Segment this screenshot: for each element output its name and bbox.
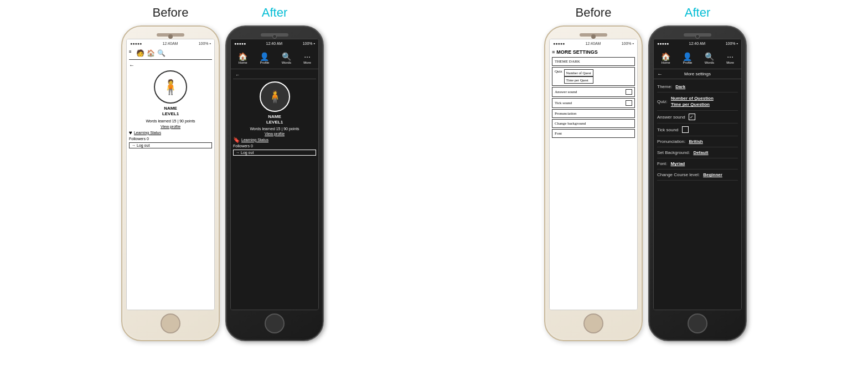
home-nav-icon: 🏠 (238, 53, 247, 60)
phone-settings-after: ●●●●● 12:40 AM 100% ▪ 🏠 Home 👤 Profile (648, 25, 747, 341)
sketch-profile-content: ≡ 🧑 🏠 🔍 ← 🧍 NAMELEVEL1 Words learned 15 … (127, 47, 214, 310)
settings-profile-label: Profile (683, 61, 692, 64)
settings-theme-item: Theme: Dark (657, 81, 738, 92)
theme-item-value: Dark (675, 84, 685, 89)
bookmark-icon: 🔖 (233, 137, 240, 143)
settings-nav-words[interactable]: 🔍 Words (705, 53, 714, 64)
home-sketch-icon: 🏠 (147, 49, 155, 57)
font-item-value: Myriad (670, 161, 685, 166)
settings-answer-sound-item: Answer sound (657, 111, 738, 124)
nav-bar-after-settings[interactable]: 🏠 Home 👤 Profile 🔍 Words ··· (654, 47, 741, 69)
nav-profile[interactable]: 👤 Profile (260, 53, 269, 64)
sketch-name: NAMELEVEL1 (129, 106, 212, 117)
time-4: 12:40 AM (689, 42, 706, 45)
course-level-item-value: Beginner (703, 172, 722, 177)
nav-home-label: Home (239, 61, 247, 64)
after-logout-button[interactable]: → Log out (233, 150, 316, 156)
after-view-profile-link[interactable]: View profile (233, 132, 316, 136)
back-arrow: ← (129, 62, 212, 68)
tick-sound-checkbox[interactable] (626, 100, 632, 106)
status-bar-2: ●●●●● 12:40 AM 100% ▪ (231, 39, 318, 47)
after-name: NAMELEVEL1 (233, 114, 316, 126)
profile-before-label: Before (153, 6, 189, 20)
settings-home-icon: 🏠 (661, 53, 670, 60)
after-back-arrow[interactable]: ← (235, 73, 240, 78)
profile-section: Before ●●●●● 12:40AM 100% ▪ ≡ 🧑 (121, 6, 324, 341)
profile-before-wrapper: Before ●●●●● 12:40AM 100% ▪ ≡ 🧑 (121, 6, 220, 341)
nav-bar-after-profile[interactable]: 🏠 Home 👤 Profile 🔍 Words ··· (231, 47, 318, 69)
home-button-3[interactable] (583, 313, 603, 333)
main-container: Before ●●●●● 12:40AM 100% ▪ ≡ 🧑 (0, 0, 868, 365)
tick-sound-item-label: Tick sound (657, 127, 680, 132)
font-label: Font (555, 131, 562, 136)
answer-sound-label: Answer sound (555, 90, 577, 94)
settings-profile-icon: 👤 (683, 53, 692, 60)
settings-nav-home[interactable]: 🏠 Home (661, 53, 670, 64)
logout-arrow-icon: → (132, 143, 136, 147)
battery-4: 100% ▪ (726, 42, 738, 45)
logout-label: Log out (137, 143, 149, 147)
screen-settings-after: ●●●●● 12:40 AM 100% ▪ 🏠 Home 👤 Profile (653, 39, 742, 310)
after-learning-row: 🔖 Learning Status (233, 137, 316, 143)
status-bar-1: ●●●●● 12:40AM 100% ▪ (127, 39, 214, 47)
answer-sound-item-label: Answer sound (657, 115, 686, 120)
heart-icon: ♥ (129, 130, 132, 136)
settings-back-bar: ← More settings (654, 69, 741, 79)
tick-sound-row: Tick sound (552, 98, 635, 108)
settings-course-level-item: Change Course level: Beginner (657, 169, 738, 181)
nav-words[interactable]: 🔍 Words (282, 53, 291, 64)
nav-home[interactable]: 🏠 Home (238, 53, 247, 64)
after-settings-content: ← More settings Theme: Dark Quiz: (654, 69, 741, 310)
logout-button[interactable]: → Log out (129, 142, 212, 148)
home-button-4[interactable] (688, 313, 707, 333)
person-sketch-icon: 🧑 (136, 49, 144, 57)
home-button-2[interactable] (265, 313, 285, 333)
course-level-item-label: Change Course level: (657, 172, 701, 177)
view-profile-link[interactable]: View profile (129, 125, 212, 128)
settings-nav-more[interactable]: ··· More (726, 53, 734, 64)
phone-profile-after: ●●●●● 12:40 AM 100% ▪ 🏠 Home 👤 Profile (225, 25, 324, 341)
tick-sound-label: Tick sound (555, 101, 572, 105)
nav-more[interactable]: ··· More (303, 53, 311, 64)
settings-title-text: MORE SETTINGS (556, 49, 598, 55)
sketch-nav-header: ≡ 🧑 🏠 🔍 (129, 49, 212, 60)
after-followers: Followers 0 (233, 144, 316, 148)
screen-profile-after: ●●●●● 12:40 AM 100% ▪ 🏠 Home 👤 Profile (230, 39, 319, 310)
avatar-icon: 🧍 (267, 90, 282, 104)
pronunciation-item-label: Pronunciation: (657, 139, 686, 144)
more-nav-icon: ··· (304, 53, 311, 60)
settings-after-wrapper: After ●●●●● 12:40 AM 100% ▪ 🏠 Home (648, 6, 747, 341)
nav-more-label: More (303, 61, 311, 64)
pronunciation-row: Pronunciation (552, 109, 635, 118)
theme-row: THEME DARK (552, 57, 635, 66)
sketch-settings-content: ≡ MORE SETTINGS THEME DARK Quiz Number o… (550, 47, 637, 310)
camera-icon-4 (695, 34, 700, 39)
settings-back-arrow[interactable]: ← (657, 71, 663, 77)
after-profile-content: ← 🧍 NAMELEVEL1 Words learned 15 | 90 poi… (231, 69, 318, 310)
background-item-value: Default (693, 150, 708, 155)
nav-words-label: Words (282, 61, 291, 64)
phone-settings-before: ●●●●● 12:40AM 100% ▪ ≡ MORE SETTINGS THE… (544, 25, 643, 341)
quiz-item-value: Number of QuestionTime per Question (671, 95, 714, 107)
theme-item-label: Theme: (657, 84, 673, 89)
background-item-label: Set Background: (657, 150, 691, 155)
home-button-1[interactable] (161, 313, 180, 333)
settings-more-icon: ··· (727, 53, 733, 60)
settings-nav-profile[interactable]: 👤 Profile (683, 53, 692, 64)
profile-after-wrapper: After ●●●●● 12:40 AM 100% ▪ 🏠 Hom (225, 6, 324, 341)
quiz-num-questions: Number of Quest (564, 69, 593, 76)
screen-settings-before: ●●●●● 12:40AM 100% ▪ ≡ MORE SETTINGS THE… (549, 39, 638, 310)
camera-icon (168, 34, 173, 39)
quiz-inline: Quiz Number of Quest Time per Quest (555, 69, 632, 84)
settings-title: ≡ MORE SETTINGS (552, 49, 635, 55)
answer-sound-checkbox-after[interactable] (689, 114, 695, 120)
settings-section: Before ●●●●● 12:40AM 100% ▪ ≡ MORE SETTI… (544, 6, 747, 341)
answer-sound-row: Answer sound (552, 87, 635, 97)
battery-1: 100% ▪ (199, 42, 211, 45)
settings-before-wrapper: Before ●●●●● 12:40AM 100% ▪ ≡ MORE SETTI… (544, 6, 643, 341)
signal-4: ●●●●● (657, 42, 669, 45)
tick-sound-checkbox-after[interactable] (682, 126, 689, 133)
phone-profile-before: ●●●●● 12:40AM 100% ▪ ≡ 🧑 🏠 🔍 ← (121, 25, 220, 341)
answer-sound-checkbox[interactable] (626, 89, 632, 95)
pronunciation-label: Pronunciation (555, 111, 576, 116)
